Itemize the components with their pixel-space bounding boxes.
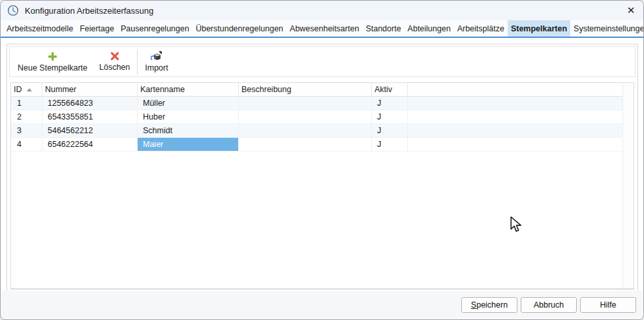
tab-stempelkarten[interactable]: Stempelkarten — [508, 20, 570, 37]
cell-aktiv[interactable]: J — [372, 110, 408, 123]
table-row: 1 1255664823 Müller J — [11, 97, 622, 110]
save-button[interactable]: Speichern — [461, 297, 517, 313]
tab-bar: Arbeitszeitmodelle Feiertage Pausenregel… — [1, 20, 643, 38]
column-header-nummer[interactable]: Nummer — [42, 83, 138, 96]
cell-filler — [408, 110, 622, 123]
cell-filler — [408, 124, 622, 137]
cell-id[interactable]: 2 — [11, 110, 42, 123]
tab-systemeinstellungen[interactable]: Systemeinstellungen — [570, 20, 643, 37]
table-row: 2 6543355851 Huber J — [11, 110, 622, 124]
tab-arbeitszeitmodelle[interactable]: Arbeitszeitmodelle — [3, 20, 76, 37]
plus-icon — [48, 52, 57, 61]
column-header-aktiv[interactable]: Aktiv — [372, 83, 408, 96]
clock-icon — [7, 5, 19, 16]
window-title: Konfiguration Arbeitszeiterfassung — [25, 6, 153, 16]
column-header-id[interactable]: ID — [11, 83, 42, 96]
tab-arbeitsplaetze[interactable]: Arbeitsplätze — [454, 20, 508, 37]
cell-id[interactable]: 4 — [11, 138, 42, 151]
cell-id[interactable]: 3 — [11, 124, 42, 137]
sort-ascending-icon — [27, 88, 32, 91]
table-row: 4 6546222564 Maier J — [11, 138, 622, 152]
cell-beschreibung[interactable] — [239, 124, 372, 137]
import-icon — [151, 51, 163, 61]
help-button[interactable]: Hilfe — [580, 297, 636, 313]
selected-cell-kartenname[interactable]: Maier — [138, 138, 239, 151]
tab-feiertage[interactable]: Feiertage — [76, 20, 117, 37]
table-row: 3 5464562212 Schmidt J — [11, 124, 622, 138]
cell-kartenname[interactable]: Schmidt — [138, 124, 239, 137]
cell-nummer[interactable]: 6543355851 — [42, 110, 138, 123]
cell-kartenname[interactable]: Huber — [138, 110, 239, 123]
toolbar-separator — [137, 49, 138, 75]
cell-beschreibung[interactable] — [239, 138, 372, 151]
cell-filler — [408, 97, 622, 110]
cell-aktiv[interactable]: J — [372, 97, 408, 110]
column-header-filler — [408, 83, 622, 96]
delete-x-icon — [110, 52, 119, 61]
title-bar: Konfiguration Arbeitszeiterfassung ✕ — [1, 1, 643, 20]
close-button[interactable]: ✕ — [621, 2, 641, 19]
column-header-beschreibung[interactable]: Beschreibung — [239, 83, 372, 96]
dialog-window: Konfiguration Arbeitszeiterfassung ✕ Arb… — [0, 0, 644, 320]
cell-kartenname[interactable]: Müller — [138, 97, 239, 110]
tab-standorte[interactable]: Standorte — [362, 20, 404, 37]
cancel-button[interactable]: Abbruch — [521, 297, 577, 313]
footer-bar: Speichern Abbruch Hilfe — [1, 291, 643, 319]
column-header-kartenname[interactable]: Kartenname — [138, 83, 239, 96]
table-header-row: ID Nummer Kartenname Beschreibung Aktiv — [11, 83, 622, 97]
cell-nummer[interactable]: 6546222564 — [42, 138, 138, 151]
tab-abwesenheitsarten[interactable]: Abwesenheitsarten — [286, 20, 362, 37]
tab-abteilungen[interactable]: Abteilungen — [405, 20, 454, 37]
import-button[interactable]: Import — [139, 48, 174, 76]
vertical-scrollbar[interactable] — [622, 83, 634, 289]
tab-content-panel: Neue Stempelkarte Löschen Import — [7, 44, 638, 292]
toolbar: Neue Stempelkarte Löschen Import — [9, 46, 636, 77]
cell-id[interactable]: 1 — [11, 97, 42, 110]
cell-aktiv[interactable]: J — [372, 124, 408, 137]
cell-beschreibung[interactable] — [239, 97, 372, 110]
tab-ueberstundenregelungen[interactable]: Überstundenregelungen — [192, 20, 286, 37]
cell-beschreibung[interactable] — [239, 110, 372, 123]
delete-button[interactable]: Löschen — [93, 48, 136, 76]
new-stempelkarte-button[interactable]: Neue Stempelkarte — [12, 48, 93, 76]
cell-nummer[interactable]: 5464562212 — [42, 124, 138, 137]
tab-pausenregelungen[interactable]: Pausenregelungen — [117, 20, 192, 37]
cell-filler — [408, 138, 622, 151]
cell-nummer[interactable]: 1255664823 — [42, 97, 138, 110]
stempelkarten-table: ID Nummer Kartenname Beschreibung Aktiv … — [10, 82, 634, 289]
cell-aktiv[interactable]: J — [372, 138, 408, 151]
